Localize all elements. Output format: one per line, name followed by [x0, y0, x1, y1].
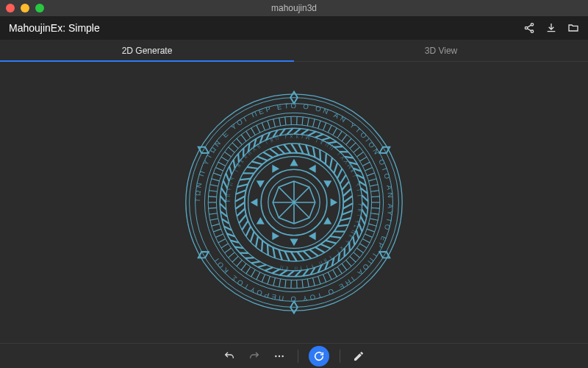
svg-line-207: [284, 144, 291, 153]
svg-line-84: [302, 117, 303, 125]
svg-line-65: [213, 173, 221, 176]
svg-marker-224: [323, 177, 334, 188]
svg-line-100: [367, 173, 375, 176]
svg-line-49: [232, 256, 238, 262]
more-button[interactable]: [271, 348, 287, 364]
svg-line-212: [320, 149, 320, 160]
svg-line-45: [251, 269, 256, 277]
undo-button[interactable]: [221, 348, 237, 364]
svg-line-39: [285, 280, 286, 288]
edit-button[interactable]: [351, 348, 367, 364]
svg-point-1: [525, 26, 527, 29]
svg-line-192: [242, 221, 248, 230]
svg-line-71: [232, 143, 238, 149]
svg-line-77: [262, 123, 265, 130]
svg-line-216: [337, 169, 343, 179]
svg-line-90: [333, 128, 337, 135]
svg-line-218: [342, 182, 349, 191]
svg-line-201: [247, 167, 258, 169]
svg-line-96: [356, 152, 363, 157]
svg-line-93: [346, 138, 351, 144]
svg-line-204: [263, 152, 273, 158]
svg-line-101: [369, 179, 377, 181]
svg-line-194: [237, 208, 245, 216]
svg-line-188: [262, 241, 262, 252]
svg-line-178: [320, 244, 331, 249]
svg-line-173: [340, 218, 351, 221]
svg-line-68: [221, 157, 228, 161]
svg-line-44: [257, 272, 260, 280]
svg-marker-233: [269, 163, 279, 173]
svg-line-205: [270, 149, 279, 155]
svg-line-32: [323, 275, 326, 282]
header-actions: [523, 22, 579, 34]
tab-3d-view[interactable]: 3D View: [294, 40, 588, 62]
tab-2d-generate[interactable]: 2D Generate: [0, 40, 294, 62]
svg-point-243: [282, 355, 283, 356]
svg-line-170: [343, 196, 352, 202]
svg-line-127: [251, 261, 260, 263]
svg-line-87: [318, 121, 320, 129]
svg-line-128: [245, 258, 254, 258]
svg-line-185: [279, 250, 282, 260]
svg-line-210: [306, 145, 309, 155]
header: MahoujinEx: Simple: [0, 16, 588, 40]
svg-point-241: [275, 355, 276, 356]
svg-line-193: [239, 215, 246, 224]
svg-line-104: [371, 197, 379, 197]
svg-line-195: [235, 202, 244, 209]
svg-line-30: [333, 269, 337, 277]
svg-line-24: [356, 248, 363, 253]
svg-line-75: [251, 128, 256, 135]
svg-line-88: [323, 123, 326, 130]
magic-circle-canvas[interactable]: ΤΩΝ Π ΥΤΩΝ Ε ΥΟΙ ΠΕΡ ΕΤΟ Ο ΟΝ ΑΝ ΥΤΟΙΟΝ …: [176, 85, 412, 320]
svg-line-209: [298, 144, 303, 154]
redo-button[interactable]: [246, 348, 262, 364]
svg-marker-223: [309, 163, 319, 173]
svg-line-35: [307, 279, 309, 287]
svg-line-191: [246, 226, 251, 236]
svg-line-211: [313, 146, 315, 158]
svg-line-23: [360, 244, 367, 248]
share-icon[interactable]: [523, 22, 535, 34]
svg-marker-229: [269, 232, 279, 242]
svg-line-199: [240, 179, 251, 180]
tab-label: 3D View: [425, 46, 457, 56]
svg-line-214: [330, 158, 332, 169]
svg-line-18: [370, 219, 378, 220]
svg-line-57: [210, 219, 218, 220]
magic-circle-svg: ΤΩΝ Π ΥΤΩΝ Ε ΥΟΙ ΠΕΡ ΕΤΟ Ο ΟΝ ΑΝ ΥΤΟΙΟΝ …: [176, 85, 412, 320]
svg-marker-228: [290, 239, 298, 247]
svg-line-95: [354, 147, 360, 152]
svg-line-196: [235, 197, 245, 202]
svg-line-59: [208, 208, 216, 208]
svg-line-102: [370, 185, 378, 186]
svg-line-52: [221, 244, 228, 248]
svg-line-202: [252, 161, 263, 164]
svg-marker-232: [254, 177, 265, 188]
svg-line-78: [268, 121, 270, 129]
svg-line-198: [237, 184, 248, 187]
svg-line-62: [209, 191, 217, 192]
svg-line-17: [371, 213, 379, 215]
folder-icon[interactable]: [567, 22, 579, 34]
download-icon[interactable]: [545, 22, 557, 34]
svg-line-16: [371, 208, 379, 208]
svg-line-125: [265, 267, 273, 270]
svg-line-183: [291, 252, 297, 261]
svg-line-180: [309, 250, 318, 256]
svg-line-19: [369, 224, 377, 226]
svg-line-43: [262, 275, 265, 282]
regenerate-button[interactable]: [309, 346, 329, 367]
svg-line-89: [328, 125, 331, 132]
svg-line-208: [291, 144, 297, 153]
tabs: 2D Generate 3D View: [0, 40, 588, 62]
svg-line-79: [273, 119, 276, 127]
svg-line-58: [209, 213, 217, 215]
svg-line-171: [343, 203, 353, 208]
svg-line-56: [212, 224, 220, 226]
svg-point-242: [279, 355, 280, 356]
svg-line-187: [268, 244, 268, 255]
tab-label: 2D Generate: [122, 46, 173, 56]
svg-line-53: [218, 239, 226, 243]
